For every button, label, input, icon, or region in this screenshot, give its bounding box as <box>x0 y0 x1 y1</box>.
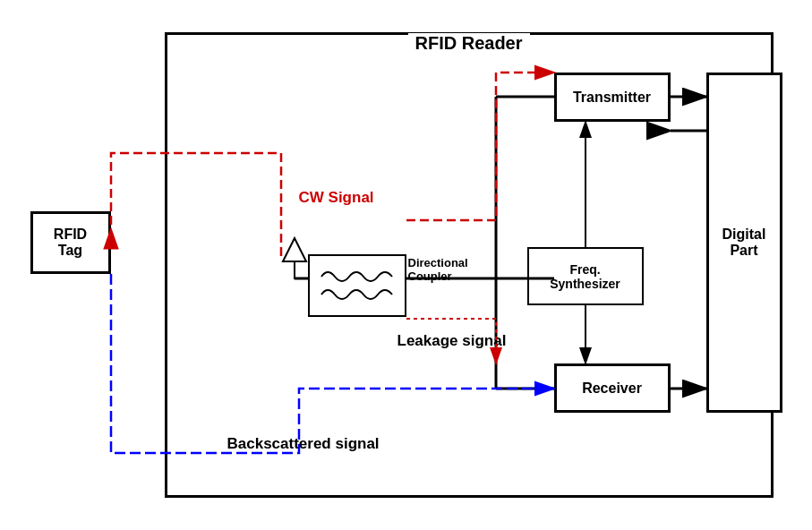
receiver-box: Receiver <box>554 363 671 413</box>
freq-synth-box: Freq.Synthesizer <box>527 247 644 305</box>
digital-part-label: DigitalPart <box>722 227 766 259</box>
rfid-tag-label: RFIDTag <box>54 227 87 259</box>
dir-coupler-waves-icon <box>317 259 397 312</box>
freq-synth-label: Freq.Synthesizer <box>550 262 620 291</box>
receiver-label: Receiver <box>582 380 642 397</box>
leakage-signal-label: Leakage signal <box>397 332 507 350</box>
digital-part-box: DigitalPart <box>706 73 782 413</box>
dir-coupler-label: Directional Coupler <box>408 256 489 283</box>
cw-signal-label: CW Signal <box>299 189 374 207</box>
transmitter-box: Transmitter <box>554 73 671 122</box>
backscattered-signal-label: Backscattered signal <box>227 435 380 453</box>
dir-coupler-box <box>308 254 406 317</box>
rfid-reader-label: RFID Reader <box>407 33 529 54</box>
rfid-tag-box: RFIDTag <box>30 211 111 274</box>
svg-marker-0 <box>283 238 306 261</box>
antenna-icon <box>281 236 308 285</box>
diagram-container: RFID Reader RFIDTag Transmitter Freq.Syn… <box>21 14 791 516</box>
transmitter-label: Transmitter <box>573 90 651 106</box>
